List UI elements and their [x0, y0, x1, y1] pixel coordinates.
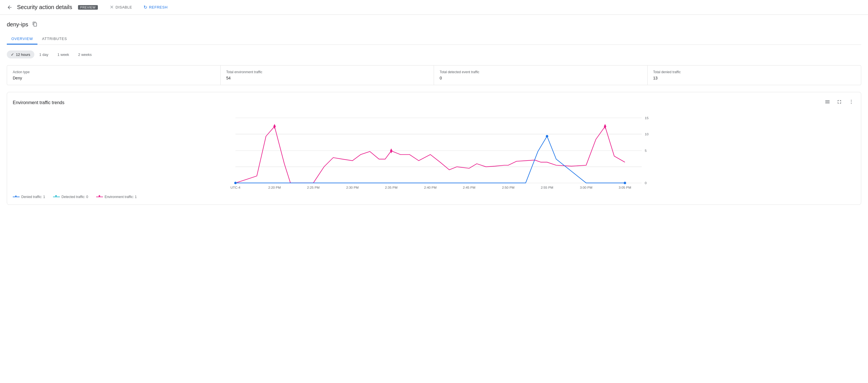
copy-button[interactable] — [31, 21, 38, 29]
tabs-bar: OVERVIEW ATTRIBUTES — [7, 34, 861, 45]
check-icon: ✓ — [11, 52, 14, 57]
chart-legend: Denied traffic: 1 Detected traffic: 0 En… — [13, 195, 855, 199]
stat-action-type-value: Deny — [13, 76, 215, 80]
svg-text:2:45 PM: 2:45 PM — [463, 185, 475, 189]
chart-controls — [824, 98, 855, 107]
chart-container: 15 10 5 0 UTC-4 2:20 PM 2:25 PM 2:30 PM … — [13, 112, 855, 192]
svg-text:3:05 PM: 3:05 PM — [619, 185, 631, 189]
svg-text:15: 15 — [645, 116, 649, 120]
stat-env-traffic-label: Total environment traffic — [226, 70, 428, 74]
page-content: deny-ips OVERVIEW ATTRIBUTES ✓ 12 hours … — [0, 15, 868, 210]
detected-legend-label: Detected traffic: 0 — [62, 195, 88, 199]
time-chip-1w[interactable]: 1 week — [53, 51, 73, 58]
disable-button[interactable]: ✕ DISABLE — [107, 3, 135, 12]
svg-point-2 — [851, 103, 852, 104]
svg-text:2:20 PM: 2:20 PM — [268, 185, 281, 189]
tab-overview[interactable]: OVERVIEW — [7, 34, 37, 45]
stat-env-traffic: Total environment traffic 54 — [221, 65, 434, 85]
refresh-label: REFRESH — [149, 5, 168, 9]
stat-detected-traffic-label: Total detected event traffic — [440, 70, 642, 74]
legend-environment: Environment traffic: 1 — [96, 195, 137, 199]
chart-title: Environment traffic trends — [13, 100, 64, 105]
time-chip-1d[interactable]: 1 day — [35, 51, 53, 58]
refresh-button[interactable]: ↻ REFRESH — [141, 3, 170, 12]
page-header: Security action details PREVIEW ✕ DISABL… — [0, 0, 868, 15]
svg-text:0: 0 — [645, 181, 647, 185]
disable-label: DISABLE — [116, 5, 132, 9]
stat-action-type: Action type Deny — [7, 65, 221, 85]
svg-text:2:35 PM: 2:35 PM — [385, 185, 397, 189]
denied-marker-start — [234, 182, 237, 184]
time-chip-2w[interactable]: 2 weeks — [74, 51, 96, 58]
denied-legend-line — [13, 197, 20, 197]
rule-name-row: deny-ips — [7, 21, 861, 29]
denied-traffic-line — [236, 136, 625, 183]
stat-detected-traffic-value: 0 — [440, 76, 642, 80]
stat-denied-traffic-label: Total denied traffic — [653, 70, 856, 74]
svg-text:10: 10 — [645, 132, 649, 136]
env-legend-line — [96, 197, 103, 197]
preview-badge: PREVIEW — [78, 5, 98, 10]
svg-point-0 — [851, 100, 852, 101]
stats-row: Action type Deny Total environment traff… — [7, 65, 861, 85]
refresh-icon: ↻ — [144, 4, 148, 10]
legend-detected: Detected traffic: 0 — [53, 195, 88, 199]
denied-legend-label: Denied traffic: 1 — [21, 195, 45, 199]
env-legend-label: Environment traffic: 1 — [105, 195, 137, 199]
tab-attributes[interactable]: ATTRIBUTES — [37, 34, 71, 45]
stat-denied-traffic: Total denied traffic 13 — [648, 65, 861, 85]
time-filter-bar: ✓ 12 hours 1 day 1 week 2 weeks — [7, 51, 861, 58]
env-marker-2 — [390, 148, 393, 153]
traffic-chart: 15 10 5 0 UTC-4 2:20 PM 2:25 PM 2:30 PM … — [13, 112, 855, 191]
stat-detected-traffic: Total detected event traffic 0 — [434, 65, 648, 85]
time-chip-12h[interactable]: ✓ 12 hours — [7, 51, 34, 58]
chart-legend-toggle-button[interactable] — [824, 98, 831, 107]
svg-point-1 — [851, 101, 852, 102]
legend-denied: Denied traffic: 1 — [13, 195, 45, 199]
disable-icon: ✕ — [110, 4, 114, 10]
header-actions: ✕ DISABLE ↻ REFRESH — [107, 3, 170, 12]
stat-env-traffic-value: 54 — [226, 76, 428, 80]
svg-text:3:00 PM: 3:00 PM — [580, 185, 592, 189]
page-title: Security action details — [17, 4, 72, 10]
chart-more-options-button[interactable] — [847, 98, 855, 107]
svg-text:2:30 PM: 2:30 PM — [346, 185, 359, 189]
stat-action-type-label: Action type — [13, 70, 215, 74]
environment-traffic-line — [236, 126, 625, 183]
svg-text:2:40 PM: 2:40 PM — [424, 185, 437, 189]
svg-text:UTC-4: UTC-4 — [230, 185, 241, 189]
svg-text:2:55 PM: 2:55 PM — [541, 185, 553, 189]
chart-header: Environment traffic trends — [13, 98, 855, 107]
detected-legend-line — [53, 197, 60, 197]
svg-text:5: 5 — [645, 149, 647, 153]
svg-text:2:25 PM: 2:25 PM — [307, 185, 320, 189]
rule-name: deny-ips — [7, 21, 28, 28]
env-marker-1 — [274, 124, 276, 129]
back-button[interactable] — [6, 3, 13, 11]
chart-expand-button[interactable] — [835, 98, 843, 107]
time-chip-12h-label: 12 hours — [16, 53, 30, 57]
svg-text:2:50 PM: 2:50 PM — [502, 185, 515, 189]
denied-marker-peak — [546, 135, 548, 138]
stat-denied-traffic-value: 13 — [653, 76, 856, 80]
chart-section: Environment traffic trends — [7, 92, 861, 205]
denied-marker-end — [624, 182, 626, 184]
